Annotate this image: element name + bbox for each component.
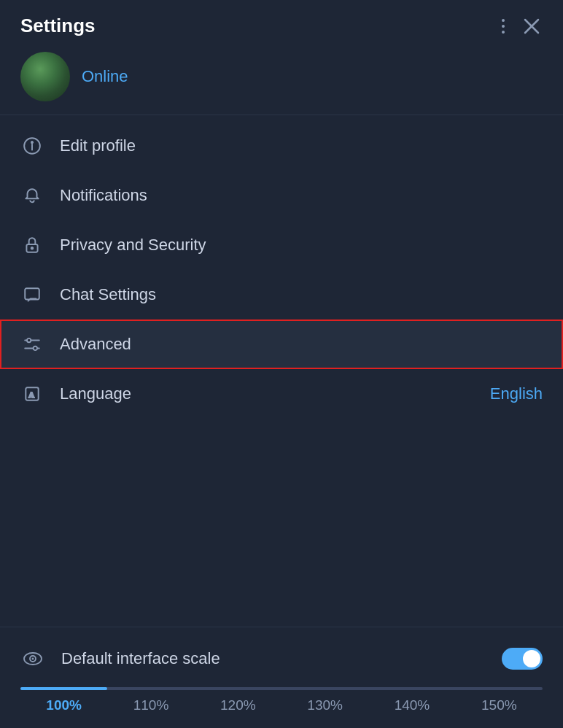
settings-menu: Edit profile Notifications Privacy an: [0, 115, 563, 624]
section-divider: [0, 627, 563, 627]
chat-icon: [20, 283, 44, 306]
svg-rect-7: [25, 288, 39, 299]
svg-point-10: [27, 338, 31, 342]
lock-icon: [20, 233, 44, 257]
sidebar-item-privacy-security[interactable]: Privacy and Security: [0, 220, 563, 270]
close-icon: [524, 18, 540, 34]
scale-option-120[interactable]: 120%: [195, 697, 282, 713]
language-icon: A: [20, 382, 44, 406]
avatar-image: [20, 52, 70, 101]
sidebar-item-chat-settings[interactable]: Chat Settings: [0, 270, 563, 320]
settings-panel: Settings Online: [0, 0, 563, 728]
scale-track: [20, 687, 543, 690]
advanced-label: Advanced: [60, 335, 543, 354]
toggle-thumb: [523, 650, 540, 667]
scale-label: Default interface scale: [61, 649, 486, 668]
close-button[interactable]: [521, 15, 543, 37]
interface-scale-section: Default interface scale 100% 110% 120% 1…: [0, 630, 563, 728]
header-actions: [499, 15, 543, 37]
scale-toggle[interactable]: [502, 648, 543, 670]
scale-track-fill: [20, 687, 107, 690]
notifications-label: Notifications: [60, 186, 543, 205]
scale-option-100[interactable]: 100%: [20, 697, 107, 713]
scale-row: Default interface scale: [20, 646, 543, 671]
scale-option-150[interactable]: 150%: [456, 697, 543, 713]
svg-point-4: [31, 142, 33, 143]
scale-option-110[interactable]: 110%: [107, 697, 194, 713]
language-label: Language: [60, 384, 474, 403]
avatar: [20, 52, 70, 101]
eye-icon: [20, 646, 45, 671]
more-dots-icon: [502, 19, 505, 34]
sidebar-item-edit-profile[interactable]: Edit profile: [0, 121, 563, 171]
scale-slider[interactable]: 100% 110% 120% 130% 140% 150%: [20, 687, 543, 713]
sidebar-item-language[interactable]: A Language English: [0, 369, 563, 419]
bell-icon: [20, 184, 44, 207]
chat-settings-label: Chat Settings: [60, 285, 543, 304]
more-options-button[interactable]: [499, 16, 508, 36]
user-status: Online: [82, 67, 128, 86]
scale-option-130[interactable]: 130%: [282, 697, 368, 713]
sidebar-item-advanced[interactable]: Advanced: [0, 320, 563, 369]
svg-point-6: [31, 247, 34, 249]
sliders-icon: [20, 333, 44, 356]
svg-point-16: [32, 658, 34, 660]
edit-profile-label: Edit profile: [60, 136, 543, 155]
info-icon: [20, 134, 44, 158]
profile-section: Online: [0, 49, 563, 115]
language-value: English: [490, 384, 543, 403]
settings-header: Settings: [0, 0, 563, 49]
sidebar-item-notifications[interactable]: Notifications: [0, 171, 563, 220]
page-title: Settings: [20, 15, 96, 37]
svg-point-11: [34, 346, 37, 350]
svg-text:A: A: [28, 390, 34, 399]
privacy-security-label: Privacy and Security: [60, 236, 543, 255]
toggle-track: [502, 648, 543, 670]
scale-option-140[interactable]: 140%: [368, 697, 455, 713]
scale-labels: 100% 110% 120% 130% 140% 150%: [20, 697, 543, 713]
